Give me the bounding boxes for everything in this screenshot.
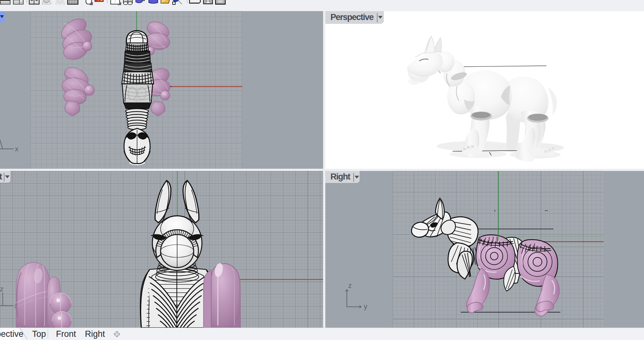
svg-text:x: x [15,145,18,153]
svg-text:z: z [348,282,352,289]
svg-text:y: y [364,303,367,310]
svg-text:z: z [0,285,3,293]
